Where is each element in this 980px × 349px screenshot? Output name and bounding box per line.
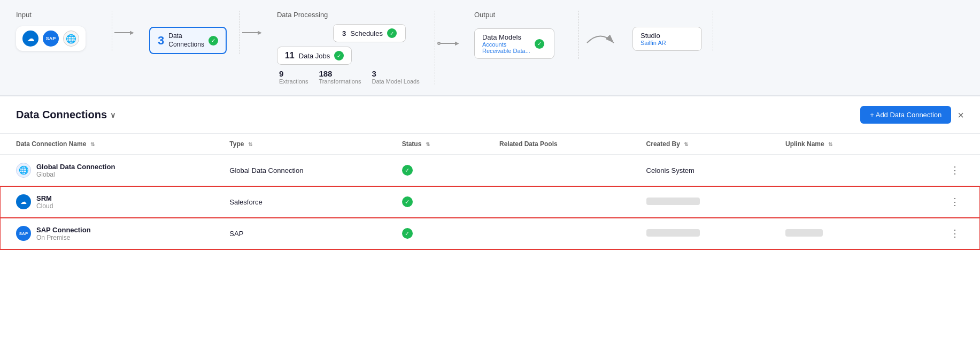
col-type: Type ⇅ [213,134,385,155]
panel-title: Data Connections ∨ [16,109,115,121]
uplink-cell [769,186,898,218]
output-label: Output [474,11,495,19]
table-body: 🌐 Global Data Connection Global Global D… [0,155,980,249]
sort-name-icon[interactable]: ⇅ [90,141,95,147]
data-connections-count: 3 [158,34,164,48]
status-check: ✓ [402,228,413,239]
data-models-link1[interactable]: Accounts [482,41,530,48]
curved-arrow [584,27,616,59]
schedules-count: 3 [342,29,346,37]
panel-chevron[interactable]: ∨ [110,111,115,119]
panel-title-text: Data Connections [16,109,107,121]
add-data-connection-button[interactable]: + Add Data Connection [860,106,951,124]
transformations-stat: 188 Transformations [319,69,361,85]
data-models-check: ✓ [535,39,544,49]
pipeline-section: Input ☁ SAP 🌐 [0,0,980,96]
table-row[interactable]: 🌐 Global Data Connection Global Global D… [0,155,980,186]
page-wrapper: Input ☁ SAP 🌐 [0,0,980,349]
sap-icon: SAP [43,31,59,47]
col-name: Data Connection Name ⇅ [0,134,213,155]
conn-sub: On Premise [36,234,91,241]
data-model-loads-stat: 3 Data Model Loads [372,69,419,85]
pools-cell [483,218,630,249]
row-more-button[interactable]: ⋮ [946,194,964,210]
jobs-check: ✓ [334,51,344,60]
data-jobs-node[interactable]: 11 Data Jobs ✓ [277,47,352,65]
conn-name: SRM [36,194,53,202]
conn-name: SAP Connection [36,226,91,234]
uplink-cell [769,218,898,249]
conn-name: Global Data Connection [36,163,115,171]
created-by-cell [630,186,769,218]
table-header: Data Connection Name ⇅ Type ⇅ Status ⇅ R… [0,134,980,155]
conn-name-info: SRM Cloud [36,194,53,210]
sap-row-icon: SAP [16,226,31,241]
extractions-stat: 9 Extractions [279,69,308,85]
panel-header: Data Connections ∨ + Add Data Connection… [0,96,980,134]
created-by-cell: Celonis System [630,155,769,186]
sort-type-icon[interactable]: ⇅ [248,141,252,147]
sort-uplink-icon[interactable]: ⇅ [828,141,832,147]
type-cell: SAP [213,218,385,249]
row-more-button[interactable]: ⋮ [946,225,964,241]
conn-sub: Cloud [36,202,53,210]
globe-icon: 🌐 [63,31,79,47]
pools-cell [483,155,630,186]
data-connections-panel: Data Connections ∨ + Add Data Connection… [0,96,980,349]
panel-actions: + Add Data Connection × [860,106,964,124]
col-created-by: Created By ⇅ [630,134,769,155]
sort-status-icon[interactable]: ⇅ [426,141,430,147]
data-jobs-count: 11 [285,51,295,60]
status-cell: ✓ [386,155,483,186]
status-check: ✓ [402,196,413,207]
connections-check: ✓ [209,36,218,45]
conn-sub: Global [36,171,115,178]
extractions-label: Extractions [279,78,308,85]
conn-name-info: SAP Connection On Premise [36,226,91,241]
data-model-loads-count: 3 [372,69,419,78]
actions-cell: ⋮ [898,186,980,218]
status-cell: ✓ [386,186,483,218]
type-cell: Global Data Connection [213,155,385,186]
data-connections-node[interactable]: 3 DataConnections ✓ [149,27,227,54]
col-pools: Related Data Pools [483,134,630,155]
data-models-node[interactable]: Data Models Accounts Receivable Data... … [474,28,554,59]
actions-cell: ⋮ [898,155,980,186]
studio-node[interactable]: Studio Sailfin AR [632,27,702,51]
conn-name-info: Global Data Connection Global [36,163,115,178]
studio-label: Studio [641,32,694,40]
extractions-count: 9 [279,69,308,78]
transformations-label: Transformations [319,78,361,85]
sort-created-icon[interactable]: ⇅ [684,141,688,147]
input-label: Input [16,11,32,19]
status-check: ✓ [402,165,413,176]
schedules-check: ✓ [387,28,397,38]
salesforce-row-icon: ☁ [16,194,31,209]
data-model-loads-label: Data Model Loads [372,78,419,85]
pools-cell [483,186,630,218]
table-row[interactable]: ☁ SRM Cloud Salesforce ✓ ⋮ [0,186,980,218]
schedules-node[interactable]: 3 Schedules ✓ [333,24,406,42]
studio-sub: Sailfin AR [641,40,694,46]
data-models-label: Data Models [482,33,530,41]
transformations-count: 188 [319,69,361,78]
processing-label: Data Processing [277,11,328,19]
created-by-cell [630,218,769,249]
salesforce-icon: ☁ [22,31,38,47]
close-panel-button[interactable]: × [958,110,964,120]
pipeline-inner: Input ☁ SAP 🌐 [0,0,980,95]
data-models-link2[interactable]: Receivable Data... [482,48,530,54]
actions-cell: ⋮ [898,218,980,249]
connections-table: Data Connection Name ⇅ Type ⇅ Status ⇅ R… [0,134,980,249]
created-by-value: Celonis System [646,166,695,174]
globe-row-icon: 🌐 [16,163,31,178]
table-row[interactable]: SAP SAP Connection On Premise SAP ✓ ⋮ [0,218,980,249]
created-by-blurred [646,229,700,237]
name-cell: 🌐 Global Data Connection Global [0,155,213,186]
created-by-blurred [646,198,700,205]
row-more-button[interactable]: ⋮ [946,162,964,178]
col-status: Status ⇅ [386,134,483,155]
data-jobs-label: Data Jobs [299,52,330,60]
name-cell: ☁ SRM Cloud [0,186,213,218]
uplink-cell [769,155,898,186]
